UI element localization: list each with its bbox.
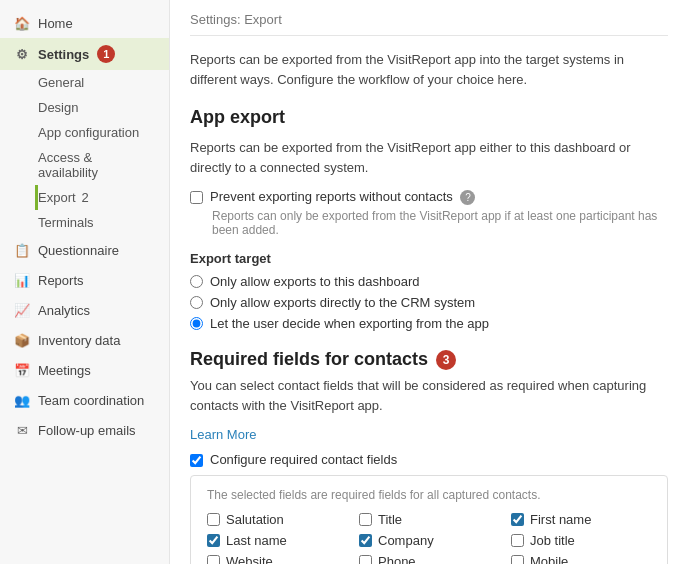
field-label-website: Website <box>226 554 273 564</box>
required-fields-title: Required fields for contacts <box>190 349 428 370</box>
radio-user-decide-label: Let the user decide when exporting from … <box>210 316 489 331</box>
configure-fields-row: Configure required contact fields <box>190 452 668 467</box>
field-checkbox-jobtitle[interactable] <box>511 534 524 547</box>
page-title: Settings: Export <box>190 12 668 36</box>
prevent-export-label: Prevent exporting reports without contac… <box>210 189 475 205</box>
field-checkbox-lastname[interactable] <box>207 534 220 547</box>
field-cell-mobile: Mobile <box>511 554 651 564</box>
settings-badge: 1 <box>97 45 115 63</box>
app-export-title: App export <box>190 107 668 128</box>
field-label-title: Title <box>378 512 402 527</box>
learn-more-link[interactable]: Learn More <box>190 427 256 442</box>
export-badge: 2 <box>82 190 89 205</box>
configure-fields-label: Configure required contact fields <box>210 452 397 467</box>
radio-row-2: Only allow exports directly to the CRM s… <box>190 295 668 310</box>
radio-row-3: Let the user decide when exporting from … <box>190 316 668 331</box>
field-cell-lastname: Last name <box>207 533 347 548</box>
sidebar-item-analytics[interactable]: 📈 Analytics <box>0 295 169 325</box>
app-export-description: Reports can be exported from the VisitRe… <box>190 138 668 177</box>
sub-item-app-config[interactable]: App configuration <box>38 120 169 145</box>
field-checkbox-title[interactable] <box>359 513 372 526</box>
field-label-company: Company <box>378 533 434 548</box>
radio-row-1: Only allow exports to this dashboard <box>190 274 668 289</box>
sidebar-item-inventory[interactable]: 📦 Inventory data <box>0 325 169 355</box>
prevent-export-checkbox[interactable] <box>190 191 203 204</box>
sidebar-item-questionnaire[interactable]: 📋 Questionnaire <box>0 235 169 265</box>
fields-grid: SalutationTitleFirst nameLast nameCompan… <box>207 512 651 564</box>
field-cell-title: Title <box>359 512 499 527</box>
required-fields-header: Required fields for contacts 3 <box>190 349 668 370</box>
main-content: Settings: Export Reports can be exported… <box>170 0 688 564</box>
sidebar-item-team[interactable]: 👥 Team coordination <box>0 385 169 415</box>
radio-crm[interactable] <box>190 296 203 309</box>
section-intro: Reports can be exported from the VisitRe… <box>190 50 668 89</box>
reports-icon: 📊 <box>14 272 30 288</box>
sub-item-general[interactable]: General <box>38 70 169 95</box>
field-checkbox-firstname[interactable] <box>511 513 524 526</box>
radio-dashboard-label: Only allow exports to this dashboard <box>210 274 420 289</box>
sidebar-item-settings[interactable]: ⚙ Settings 1 <box>0 38 169 70</box>
sub-item-terminals[interactable]: Terminals <box>38 210 169 235</box>
home-icon: 🏠 <box>14 15 30 31</box>
required-fields-badge: 3 <box>436 350 456 370</box>
sub-item-access[interactable]: Access & availability <box>38 145 169 185</box>
configure-fields-checkbox[interactable] <box>190 454 203 467</box>
field-label-mobile: Mobile <box>530 554 568 564</box>
inventory-icon: 📦 <box>14 332 30 348</box>
fields-note: The selected fields are required fields … <box>207 488 651 502</box>
field-label-salutation: Salutation <box>226 512 284 527</box>
field-label-jobtitle: Job title <box>530 533 575 548</box>
sidebar-item-followup[interactable]: ✉ Follow-up emails <box>0 415 169 445</box>
fields-box: The selected fields are required fields … <box>190 475 668 564</box>
required-fields-description: You can select contact fields that will … <box>190 376 668 415</box>
field-cell-jobtitle: Job title <box>511 533 651 548</box>
prevent-export-hint: Reports can only be exported from the Vi… <box>212 209 668 237</box>
field-cell-firstname: First name <box>511 512 651 527</box>
field-checkbox-website[interactable] <box>207 555 220 564</box>
radio-crm-label: Only allow exports directly to the CRM s… <box>210 295 475 310</box>
export-target-label: Export target <box>190 251 668 266</box>
field-cell-company: Company <box>359 533 499 548</box>
team-icon: 👥 <box>14 392 30 408</box>
field-cell-phone: Phone <box>359 554 499 564</box>
settings-submenu: General Design App configuration Access … <box>0 70 169 235</box>
sidebar-item-meetings[interactable]: 📅 Meetings <box>0 355 169 385</box>
sub-item-design[interactable]: Design <box>38 95 169 120</box>
questionnaire-icon: 📋 <box>14 242 30 258</box>
field-cell-website: Website <box>207 554 347 564</box>
sidebar-item-home[interactable]: 🏠 Home <box>0 8 169 38</box>
followup-icon: ✉ <box>14 422 30 438</box>
field-label-firstname: First name <box>530 512 591 527</box>
settings-icon: ⚙ <box>14 46 30 62</box>
field-checkbox-phone[interactable] <box>359 555 372 564</box>
analytics-icon: 📈 <box>14 302 30 318</box>
field-checkbox-mobile[interactable] <box>511 555 524 564</box>
prevent-export-row: Prevent exporting reports without contac… <box>190 189 668 205</box>
field-label-lastname: Last name <box>226 533 287 548</box>
radio-dashboard[interactable] <box>190 275 203 288</box>
sidebar-item-reports[interactable]: 📊 Reports <box>0 265 169 295</box>
radio-user-decide[interactable] <box>190 317 203 330</box>
field-cell-salutation: Salutation <box>207 512 347 527</box>
field-checkbox-company[interactable] <box>359 534 372 547</box>
sidebar: 🏠 Home ⚙ Settings 1 General Design App c… <box>0 0 170 564</box>
sub-item-export[interactable]: Export 2 <box>35 185 169 210</box>
meetings-icon: 📅 <box>14 362 30 378</box>
field-label-phone: Phone <box>378 554 416 564</box>
field-checkbox-salutation[interactable] <box>207 513 220 526</box>
help-icon[interactable]: ? <box>460 190 475 205</box>
